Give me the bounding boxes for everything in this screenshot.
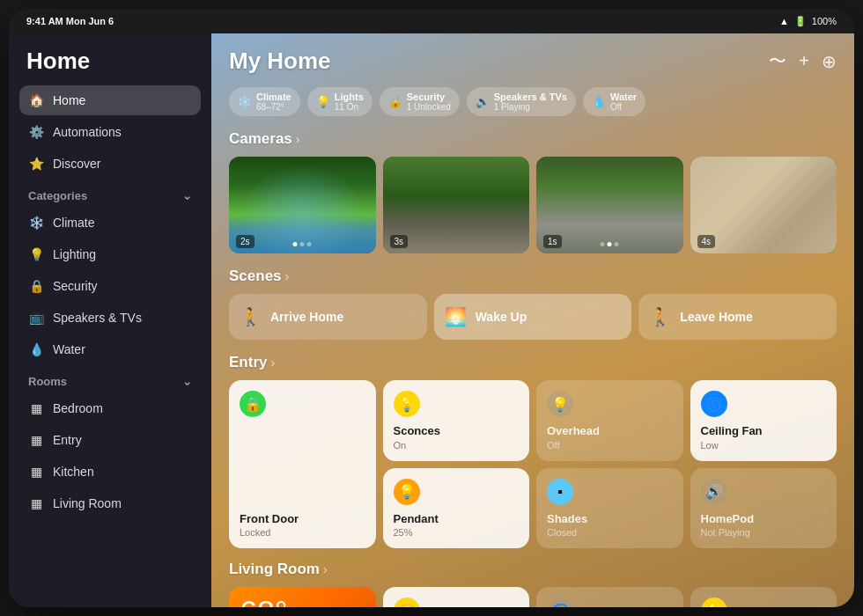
- overhead-status: Off: [547, 440, 673, 451]
- sidebar-item-lighting[interactable]: 💡 Lighting: [19, 239, 201, 269]
- waveform-button[interactable]: 〜: [769, 49, 786, 73]
- pill-speakers-text: Speakers & TVs 1 Playing: [494, 92, 567, 112]
- content-area: My Home 〜 + ⊕ ❄️ Climate 68–72° 💡: [211, 33, 854, 607]
- smart-fan-icon: 🌀: [547, 598, 573, 607]
- scenes-section-header[interactable]: Scenes ›: [229, 268, 837, 285]
- pill-lights[interactable]: 💡 Lights 11 On: [307, 87, 372, 116]
- pendant-icon: 💡: [394, 479, 420, 505]
- homepod-icon-row: 🔊: [701, 479, 827, 505]
- accent-lights-icon: 💡: [701, 598, 727, 607]
- device-ceiling-fan[interactable]: 🌀 Ceiling Fan Low: [690, 380, 837, 461]
- automations-icon: ⚙️: [28, 124, 44, 140]
- scene-leave-home[interactable]: 🚶 Leave Home: [638, 294, 837, 340]
- living-room-device-grid: 68° Thermostat Heating to 70 😊 Ceiling L…: [229, 587, 837, 607]
- overhead-icon: 💡: [547, 391, 573, 417]
- device-shades[interactable]: ▪ Shades Closed: [536, 468, 683, 549]
- device-smart-fan[interactable]: 🌀 Smart Fan Off: [536, 587, 683, 607]
- device-overhead[interactable]: 💡 Overhead Off: [536, 380, 683, 461]
- sidebar-item-discover[interactable]: ⭐ Discover: [19, 149, 201, 179]
- sidebar-label-livingroom: Living Room: [53, 496, 122, 510]
- sidebar-label-speakers: Speakers & TVs: [53, 311, 142, 325]
- pill-water-icon: 💧: [592, 95, 606, 108]
- sidebar-item-speakers[interactable]: 📺 Speakers & TVs: [19, 303, 201, 333]
- pill-security-text: Security 1 Unlocked: [407, 92, 451, 112]
- shades-name: Shades: [547, 512, 673, 526]
- battery-percent: 100%: [812, 16, 837, 26]
- front-door-icon: 🔒: [240, 391, 266, 417]
- water-icon: 💧: [28, 341, 44, 357]
- pill-climate[interactable]: ❄️ Climate 68–72°: [229, 87, 300, 116]
- sidebar-item-home[interactable]: 🏠 Home: [19, 85, 201, 115]
- pill-climate-text: Climate 68–72°: [256, 92, 291, 112]
- pill-lights-text: Lights 11 On: [335, 92, 364, 112]
- home-icon: 🏠: [28, 92, 44, 108]
- header-actions: 〜 + ⊕: [769, 49, 837, 73]
- sidebar-item-climate[interactable]: ❄️ Climate: [19, 208, 201, 238]
- categories-section: Categories ⌄: [19, 180, 201, 208]
- device-accent-lights[interactable]: 💡 Accent Lights Off: [690, 587, 837, 607]
- thermostat-temp: 68°: [240, 598, 365, 607]
- camera-timestamp-2: 3s: [390, 235, 409, 248]
- pill-water[interactable]: 💧 Water Off: [583, 87, 645, 116]
- pill-speakers-icon: 🔊: [476, 95, 490, 108]
- sidebar-item-bedroom[interactable]: ▦ Bedroom: [19, 393, 201, 423]
- status-time: 9:41 AM Mon Jun 6: [26, 16, 114, 26]
- arrive-icon: 🚶: [240, 306, 262, 327]
- sidebar-label-entry: Entry: [53, 433, 82, 447]
- climate-icon: ❄️: [28, 215, 44, 231]
- rooms-chevron: ⌄: [182, 375, 192, 388]
- speakers-icon: 📺: [28, 310, 44, 326]
- sidebar-item-security[interactable]: 🔒 Security: [19, 271, 201, 301]
- bedroom-icon: ▦: [28, 400, 44, 416]
- camera-dot-1: [293, 242, 312, 246]
- device-pendant[interactable]: 💡 Pendant 25%: [383, 468, 530, 549]
- living-room-chevron: ›: [323, 562, 328, 576]
- scene-arrive-label: Arrive Home: [270, 310, 343, 324]
- ceiling-fan-icon-row: 🌀: [701, 391, 827, 417]
- camera-card-garage2[interactable]: 1s: [536, 157, 683, 253]
- camera-card-pool[interactable]: 2s: [229, 157, 376, 253]
- device-sconces[interactable]: 💡 Sconces On: [383, 380, 530, 461]
- more-button[interactable]: ⊕: [822, 51, 837, 72]
- sidebar-item-livingroom[interactable]: ▦ Living Room: [19, 488, 201, 518]
- pill-speakers[interactable]: 🔊 Speakers & TVs 1 Playing: [467, 87, 576, 116]
- living-room-section-header[interactable]: Living Room ›: [229, 561, 837, 578]
- shades-status: Closed: [547, 527, 673, 538]
- sidebar: Home 🏠 Home ⚙️ Automations ⭐ Discover Ca…: [9, 33, 211, 607]
- category-pills: ❄️ Climate 68–72° 💡 Lights 11 On 🔒: [229, 87, 837, 116]
- sidebar-label-discover: Discover: [53, 157, 100, 171]
- overhead-icon-row: 💡: [547, 391, 673, 417]
- scene-wakeup-label: Wake Up: [476, 310, 527, 324]
- pill-security[interactable]: 🔒 Security 1 Unlocked: [380, 87, 460, 116]
- pill-lights-value: 11 On: [335, 102, 364, 112]
- pill-speakers-label: Speakers & TVs: [494, 92, 567, 102]
- entry-section-header[interactable]: Entry ›: [229, 354, 837, 371]
- entry-device-grid: 🔒 Front Door Locked 💡 Sconces: [229, 380, 837, 548]
- homepod-status: Not Playing: [701, 527, 827, 538]
- entry-section-title: Entry: [229, 354, 267, 371]
- sconces-icon-row: 💡: [394, 391, 520, 417]
- pendant-icon-row: 💡: [394, 479, 520, 505]
- sidebar-item-water[interactable]: 💧 Water: [19, 334, 201, 364]
- sidebar-label-kitchen: Kitchen: [53, 465, 94, 479]
- scene-wake-up[interactable]: 🌅 Wake Up: [434, 294, 632, 340]
- security-icon: 🔒: [28, 278, 44, 294]
- pendant-status: 25%: [394, 527, 520, 538]
- cameras-section-header[interactable]: Cameras ›: [229, 130, 837, 148]
- pill-water-value: Off: [610, 102, 637, 112]
- camera-card-living[interactable]: 4s: [690, 157, 837, 253]
- device-homepod[interactable]: 🔊 HomePod Not Playing: [690, 468, 837, 549]
- scene-arrive-home[interactable]: 🚶 Arrive Home: [229, 294, 427, 340]
- entry-icon: ▦: [28, 432, 44, 448]
- device-thermostat[interactable]: 68° Thermostat Heating to 70: [229, 587, 376, 607]
- device-ceiling-lights[interactable]: 😊 Ceiling Lights 90%: [383, 587, 530, 607]
- sconces-status: On: [394, 440, 520, 451]
- sidebar-item-entry[interactable]: ▦ Entry: [19, 425, 201, 455]
- camera-timestamp-4: 4s: [697, 235, 716, 248]
- sidebar-item-automations[interactable]: ⚙️ Automations: [19, 117, 201, 147]
- sidebar-item-kitchen[interactable]: ▦ Kitchen: [19, 457, 201, 487]
- device-front-door[interactable]: 🔒 Front Door Locked: [229, 380, 376, 548]
- entry-section: Entry › 🔒 Front Door Locked: [229, 354, 837, 548]
- add-button[interactable]: +: [799, 51, 809, 71]
- camera-card-garage[interactable]: 3s: [383, 157, 530, 253]
